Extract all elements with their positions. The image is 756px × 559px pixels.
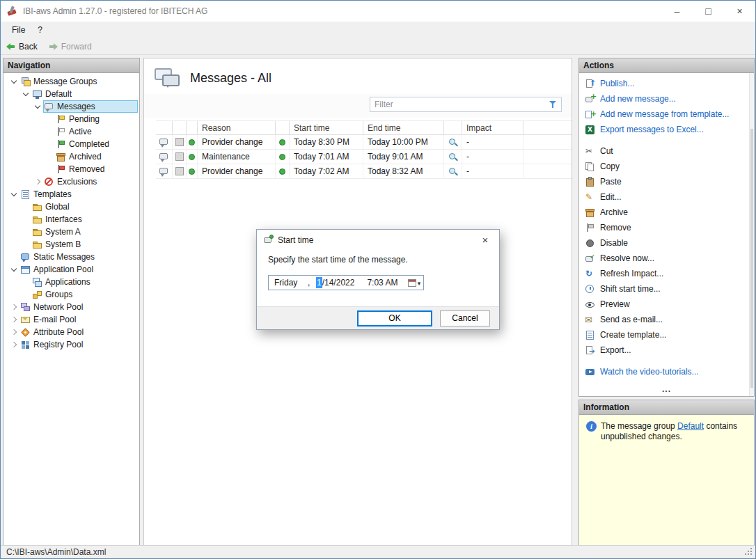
- collapse-arrow-icon[interactable]: [31, 100, 43, 113]
- action-create-template[interactable]: Create template...: [579, 327, 754, 343]
- tree-item-body: Message Groups: [19, 75, 138, 88]
- collapse-arrow-icon[interactable]: [8, 263, 19, 276]
- message-row[interactable]: MaintenanceToday 7:01 AMToday 9:01 AM-: [156, 150, 572, 164]
- minimize-button[interactable]: –: [661, 1, 693, 22]
- navigation-tree: Message GroupsDefaultMessagesPendingActi…: [3, 73, 139, 351]
- tree-item-label: Templates: [33, 189, 72, 199]
- tree-item-body: Static Messages: [19, 251, 138, 263]
- tree-item-pending[interactable]: Pending: [3, 113, 139, 125]
- dialog-close-button[interactable]: ×: [471, 230, 499, 250]
- menu-help[interactable]: ?: [31, 22, 49, 39]
- scrollbar-thumb[interactable]: [750, 129, 753, 388]
- start-time-cell: Today 7:01 AM: [290, 150, 363, 164]
- collapse-arrow-icon[interactable]: [8, 75, 19, 88]
- status-path: C:\IBI-aws\Admin\Data.xml: [6, 547, 106, 557]
- filter-input[interactable]: [370, 100, 547, 109]
- forward-button[interactable]: Forward: [49, 42, 92, 52]
- tree-item-message-groups[interactable]: Message Groups: [3, 75, 139, 88]
- action-paste[interactable]: Paste: [579, 174, 754, 189]
- column-header-end-time[interactable]: End time: [363, 121, 444, 135]
- expand-arrow-icon[interactable]: [8, 326, 19, 338]
- datetime-picker[interactable]: Friday , 1 /14/2022 7:03 AM: [268, 275, 424, 290]
- column-header-start-time[interactable]: Start time: [290, 121, 363, 135]
- message-row[interactable]: Provider changeToday 8:30 PMToday 10:00 …: [156, 135, 572, 150]
- expand-arrow-icon[interactable]: [8, 338, 19, 351]
- back-button[interactable]: Back: [6, 42, 38, 52]
- tree-item-interfaces[interactable]: Interfaces: [3, 213, 139, 226]
- tree-item-e-mail-pool[interactable]: E-mail Pool: [3, 313, 139, 326]
- action-publish[interactable]: Publish...: [579, 76, 754, 91]
- expand-arrow-icon[interactable]: [31, 175, 43, 188]
- action-refresh-impact[interactable]: Refresh Impact...: [579, 266, 754, 281]
- tree-item-applications[interactable]: Applications: [3, 276, 139, 288]
- actions-overflow-button[interactable]: ...: [579, 386, 754, 395]
- tree-item-system-b[interactable]: System B: [3, 238, 139, 251]
- date-rest-segment[interactable]: /14/2022: [322, 278, 355, 288]
- collapse-arrow-icon[interactable]: [19, 88, 31, 100]
- action-copy[interactable]: Copy: [579, 159, 754, 174]
- tree-item-system-a[interactable]: System A: [3, 226, 139, 238]
- default-group-link[interactable]: Default: [677, 421, 704, 431]
- select-checkbox[interactable]: [175, 138, 184, 146]
- dialog-title-bar[interactable]: Start time ×: [257, 230, 499, 250]
- title-bar[interactable]: IBI-aws Admin 1.27.0 - registered for IB…: [1, 1, 755, 22]
- close-button[interactable]: ×: [724, 1, 755, 22]
- calendar-dropdown-button[interactable]: [405, 276, 423, 290]
- column-header-impact[interactable]: Impact: [462, 121, 523, 135]
- message-groups-icon: [20, 77, 31, 87]
- tree-item-exclusions[interactable]: Exclusions: [3, 175, 139, 188]
- action-cut[interactable]: Cut: [579, 143, 754, 159]
- action-disable[interactable]: Disable: [579, 235, 754, 251]
- tree-item-registry-pool[interactable]: Registry Pool: [3, 338, 139, 351]
- calendar-icon: [408, 278, 417, 288]
- tree-item-default[interactable]: Default: [3, 88, 139, 100]
- expand-arrow-icon[interactable]: [8, 313, 19, 326]
- forward-label: Forward: [61, 42, 92, 52]
- action-remove[interactable]: Remove: [579, 220, 754, 235]
- tree-item-global[interactable]: Global: [3, 200, 139, 213]
- select-checkbox[interactable]: [175, 152, 184, 161]
- tree-item-messages[interactable]: Messages: [3, 100, 139, 113]
- tree-item-archived[interactable]: Archived: [3, 150, 139, 163]
- ok-button[interactable]: OK: [357, 310, 432, 326]
- menu-file[interactable]: File: [6, 22, 31, 39]
- action-add-new-message[interactable]: Add new message...: [579, 91, 754, 107]
- time-segment[interactable]: 7:03 AM: [367, 278, 397, 288]
- collapse-arrow-icon[interactable]: [8, 188, 19, 200]
- cell: [276, 150, 290, 164]
- actions-scrollbar[interactable]: [749, 73, 754, 396]
- month-segment-selected[interactable]: 1: [316, 277, 322, 288]
- maximize-button[interactable]: □: [693, 1, 724, 22]
- tree-item-attribute-pool[interactable]: Attribute Pool: [3, 326, 139, 338]
- filter-icon[interactable]: [547, 99, 560, 110]
- tree-item-application-pool[interactable]: Application Pool: [3, 263, 139, 276]
- shift-start-time-icon: [585, 284, 595, 294]
- weekday-segment[interactable]: Friday: [274, 278, 308, 288]
- action-export-messages-to-excel[interactable]: Export messages to Excel...: [579, 122, 754, 137]
- tree-item-static-messages[interactable]: Static Messages: [3, 251, 139, 263]
- action-watch-the-video-tutorials[interactable]: Watch the video-tutorials...: [579, 364, 754, 379]
- action-send-as-e-mail[interactable]: Send as e-mail...: [579, 312, 754, 327]
- action-edit[interactable]: Edit...: [579, 189, 754, 205]
- message-row[interactable]: Provider changeToday 7:02 AMToday 8:32 A…: [156, 164, 572, 179]
- cancel-button[interactable]: Cancel: [440, 310, 490, 326]
- action-export[interactable]: Export...: [579, 343, 754, 358]
- tree-item-removed[interactable]: Removed: [3, 163, 139, 175]
- action-add-new-message-from-template[interactable]: Add new message from template...: [579, 107, 754, 122]
- tree-item-body: Application Pool: [19, 263, 138, 276]
- resize-grip[interactable]: [745, 548, 753, 556]
- tree-item-templates[interactable]: Templates: [3, 188, 139, 200]
- column-header-reason[interactable]: Reason: [198, 121, 276, 135]
- action-label: Cut: [600, 146, 613, 156]
- expand-arrow-icon[interactable]: [8, 301, 19, 313]
- tree-item-network-pool[interactable]: Network Pool: [3, 301, 139, 313]
- action-resolve-now[interactable]: Resolve now...: [579, 251, 754, 266]
- start-time-cell: Today 8:30 PM: [290, 135, 363, 149]
- tree-item-completed[interactable]: Completed: [3, 138, 139, 150]
- select-checkbox[interactable]: [175, 167, 184, 175]
- tree-item-groups[interactable]: Groups: [3, 288, 139, 301]
- action-archive[interactable]: Archive: [579, 205, 754, 220]
- action-shift-start-time[interactable]: Shift start time...: [579, 281, 754, 297]
- tree-item-active[interactable]: Active: [3, 125, 139, 138]
- action-preview[interactable]: Preview: [579, 297, 754, 312]
